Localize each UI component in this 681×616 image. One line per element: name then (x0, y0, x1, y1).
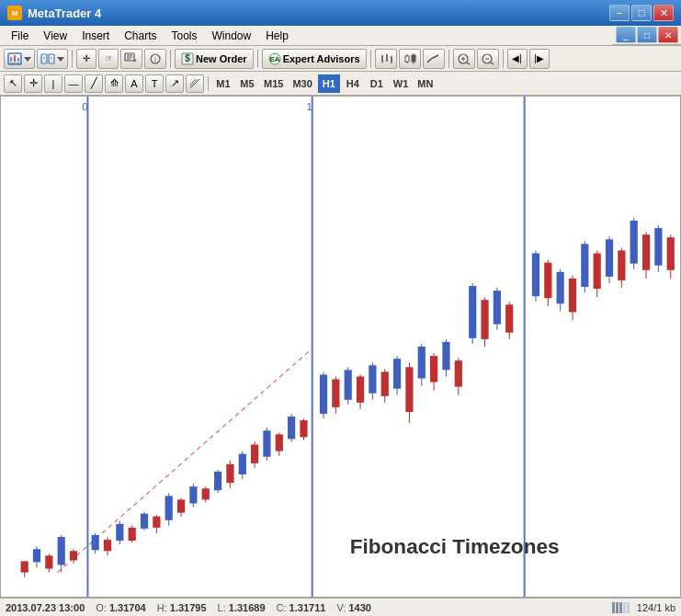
svg-rect-115 (393, 359, 401, 388)
new-order-btn[interactable]: $ New Order (175, 49, 254, 69)
vline-btn[interactable]: | (44, 74, 62, 93)
svg-rect-85 (202, 488, 210, 499)
chart-area[interactable]: 0 1 (0, 96, 681, 598)
svg-rect-99 (288, 416, 295, 439)
status-high: H: 1.31795 (157, 602, 207, 613)
minimize-button[interactable]: − (609, 5, 630, 21)
svg-rect-141 (569, 279, 576, 313)
menu-insert[interactable]: Insert (74, 28, 117, 44)
tf-sep-1 (208, 76, 209, 91)
crosshair-btn[interactable]: ✛ (76, 49, 96, 69)
toolbar-sep-3 (257, 50, 258, 68)
inner-close-button[interactable]: ✕ (658, 27, 678, 43)
channel-btn[interactable]: ⟰ (105, 74, 123, 93)
svg-rect-89 (226, 464, 233, 483)
svg-rect-103 (320, 374, 327, 414)
bar-chart-btn[interactable] (375, 49, 397, 69)
tf-m5[interactable]: M5 (236, 74, 258, 93)
status-volume: V: 1430 (336, 602, 371, 613)
svg-rect-67 (92, 535, 99, 550)
zoom-out-chart-btn[interactable] (477, 49, 499, 69)
pan-btn[interactable]: ☞ (98, 49, 119, 69)
status-low: L: 1.31689 (218, 602, 266, 613)
svg-rect-131 (494, 291, 501, 325)
expert-advisors-btn[interactable]: EA Expert Advisors (262, 49, 367, 69)
svg-text:1: 1 (307, 101, 312, 112)
tf-d1[interactable]: D1 (366, 74, 388, 93)
fibonacci-btn[interactable] (186, 74, 204, 93)
toolbar-sep-4 (370, 50, 371, 68)
title-bar: M MetaTrader 4 − □ ✕ (0, 0, 681, 26)
menu-bar: File View Insert Charts Tools Window Hel… (0, 26, 681, 46)
svg-rect-63 (58, 537, 65, 565)
hline-btn[interactable]: — (64, 74, 83, 93)
svg-rect-65 (70, 551, 77, 560)
tf-m30[interactable]: M30 (289, 74, 315, 93)
svg-rect-61 (45, 555, 52, 568)
zoom-in-chart-btn[interactable] (453, 49, 475, 69)
svg-text:EA: EA (269, 55, 279, 63)
tf-w1[interactable]: W1 (390, 74, 413, 93)
svg-text:Fibonacci Timezones: Fibonacci Timezones (350, 535, 560, 558)
profile-btn[interactable] (37, 49, 68, 69)
svg-line-47 (190, 79, 198, 86)
properties-btn[interactable]: i (144, 49, 166, 69)
svg-rect-81 (177, 499, 185, 512)
toolbar-sep-2 (170, 50, 171, 68)
status-bar: 2013.07.23 13:00 O: 1.31704 H: 1.31795 L… (0, 598, 681, 616)
zoom-in-btn[interactable] (120, 49, 142, 69)
crosshair-draw-btn[interactable]: ✛ (24, 74, 42, 93)
text-label-btn[interactable]: T (145, 74, 164, 93)
svg-rect-105 (332, 380, 339, 407)
trendline-btn[interactable]: ╱ (85, 74, 103, 93)
inner-minimize-button[interactable]: _ (616, 27, 636, 43)
svg-rect-129 (481, 300, 488, 339)
menu-file[interactable]: File (4, 28, 36, 44)
svg-rect-71 (116, 524, 123, 541)
tf-m1[interactable]: M1 (212, 74, 234, 93)
new-chart-btn[interactable] (4, 49, 35, 69)
title-bar-left: M MetaTrader 4 (7, 6, 101, 20)
maximize-button[interactable]: □ (631, 5, 652, 21)
text-btn[interactable]: A (125, 74, 143, 93)
svg-rect-73 (129, 528, 136, 541)
svg-rect-125 (455, 360, 462, 386)
svg-text:i: i (154, 56, 156, 63)
cursor-btn[interactable]: ↖ (4, 74, 22, 93)
svg-rect-135 (532, 254, 539, 297)
svg-rect-137 (544, 263, 551, 299)
menu-tools[interactable]: Tools (165, 28, 205, 44)
line-chart-btn[interactable] (423, 49, 445, 69)
svg-rect-109 (357, 376, 364, 402)
svg-rect-147 (606, 239, 613, 277)
tf-h1[interactable]: H1 (318, 74, 340, 93)
svg-rect-69 (104, 540, 111, 551)
scroll-right-btn[interactable]: |▶ (529, 49, 550, 69)
arrow-btn[interactable]: ↗ (165, 74, 184, 93)
menu-window[interactable]: Window (205, 28, 259, 44)
tf-mn[interactable]: MN (414, 74, 437, 93)
menu-charts[interactable]: Charts (117, 28, 164, 44)
svg-rect-111 (369, 365, 376, 393)
candlestick-chart: 0 1 (1, 97, 680, 597)
tf-m15[interactable]: M15 (260, 74, 287, 93)
svg-rect-57 (21, 561, 28, 572)
svg-rect-119 (418, 347, 426, 379)
status-close: C: 1.31711 (277, 602, 326, 613)
svg-rect-107 (345, 370, 352, 399)
close-button[interactable]: ✕ (653, 5, 674, 21)
menu-help[interactable]: Help (258, 28, 296, 44)
svg-rect-49 (1, 97, 680, 597)
scroll-indicator (612, 602, 630, 613)
scroll-left-btn[interactable]: ◀| (507, 49, 528, 69)
status-right: 124/1 kb (612, 602, 675, 613)
svg-rect-113 (381, 371, 389, 395)
inner-maximize-button[interactable]: □ (637, 27, 657, 43)
file-info: 124/1 kb (637, 602, 675, 613)
svg-text:M: M (12, 9, 18, 17)
candle-chart-btn[interactable] (399, 49, 421, 69)
menu-view[interactable]: View (36, 28, 74, 44)
tf-h4[interactable]: H4 (342, 74, 364, 93)
svg-rect-8 (41, 54, 47, 63)
svg-text:0: 0 (82, 101, 87, 112)
